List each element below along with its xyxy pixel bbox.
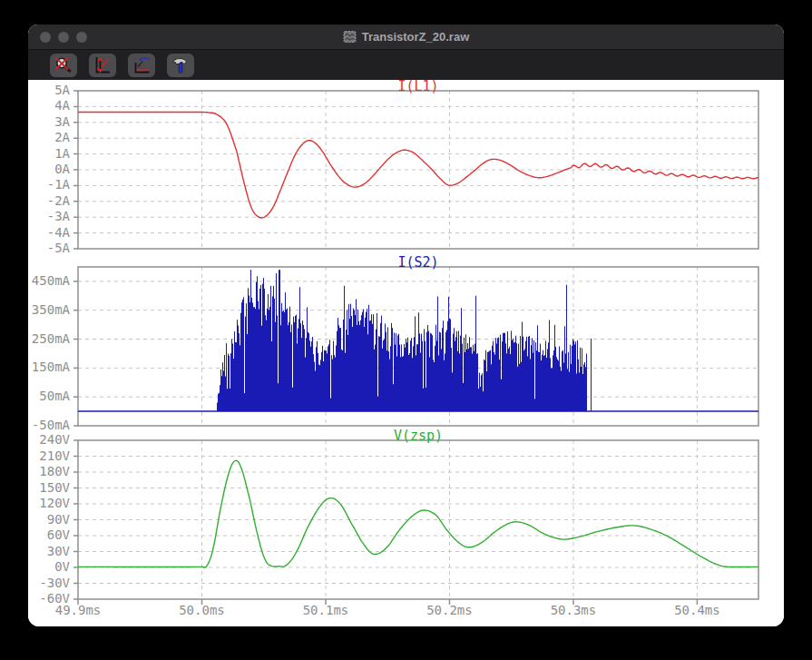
trace-I(L1): [78, 113, 758, 219]
y-tick-label: 210V: [28, 449, 70, 463]
x-tick-label: 50.4ms: [660, 604, 733, 617]
window-title-area: TransistorZ_20.raw: [28, 25, 784, 49]
y-tick-label: 0V: [28, 560, 70, 574]
zoom-full-extents-button[interactable]: [50, 54, 77, 77]
axis-arrows-icon: [93, 55, 113, 75]
y-tick-label: -1A: [28, 178, 70, 192]
y-tick-label: 5A: [28, 84, 70, 97]
y-tick-label: 120V: [28, 497, 70, 510]
y-tick-label: -2A: [28, 194, 70, 208]
y-tick-label: 240V: [28, 433, 70, 447]
window-title: TransistorZ_20.raw: [362, 30, 470, 44]
y-tick-label: -30V: [28, 576, 70, 590]
y-tick-label: 90V: [28, 513, 70, 527]
y-tick-label: 150mA: [28, 360, 70, 374]
plot-canvas[interactable]: [28, 80, 784, 626]
trace-I(S2): [218, 270, 592, 411]
waveform-panel[interactable]: I(L1) I(S2) V(zsp) 5A4A3A2A1A0A-1A-2A-3A…: [28, 80, 784, 626]
y-tick-label: -4A: [28, 226, 70, 240]
y-tick-label: 4A: [28, 99, 70, 113]
plot-settings-button[interactable]: [128, 54, 155, 77]
y-tick-label: 350mA: [28, 303, 70, 317]
autorange-y-axis-button[interactable]: [89, 54, 116, 77]
y-tick-label: 30V: [28, 545, 70, 558]
x-tick-label: 50.0ms: [165, 604, 238, 617]
plot3-title: V(zsp): [78, 428, 758, 444]
hammer-icon: [171, 55, 191, 75]
x-tick-label: 50.1ms: [289, 604, 362, 617]
y-tick-label: -50mA: [28, 419, 70, 432]
y-tick-label: 180V: [28, 465, 70, 478]
x-tick-label: 50.3ms: [537, 604, 610, 617]
y-tick-label: 2A: [28, 131, 70, 144]
y-tick-label: 450mA: [28, 274, 70, 288]
screen-background: TransistorZ_20.raw: [0, 0, 812, 660]
magnifier-x-icon: [54, 55, 73, 75]
waveform-document-icon: [343, 30, 357, 44]
titlebar[interactable]: TransistorZ_20.raw: [28, 25, 784, 49]
y-tick-label: -3A: [28, 210, 70, 223]
ltspice-waveform-window: TransistorZ_20.raw: [28, 25, 784, 626]
y-tick-label: 250mA: [28, 332, 70, 346]
x-tick-label: 49.9ms: [42, 604, 114, 617]
y-tick-label: 3A: [28, 115, 70, 129]
y-tick-label: 0A: [28, 163, 70, 176]
y-tick-label: 1A: [28, 147, 70, 161]
curves-arrow-icon: [132, 55, 152, 75]
y-tick-label: -5A: [28, 241, 70, 255]
control-panel-button[interactable]: [167, 54, 194, 77]
x-tick-label: 50.2ms: [413, 604, 485, 617]
y-tick-label: 60V: [28, 528, 70, 542]
y-tick-label: 50mA: [28, 389, 70, 403]
toolbar: [28, 49, 784, 80]
plot2-title: I(S2): [78, 254, 758, 271]
plot1-title: I(L1): [78, 78, 758, 94]
y-tick-label: 150V: [28, 481, 70, 495]
